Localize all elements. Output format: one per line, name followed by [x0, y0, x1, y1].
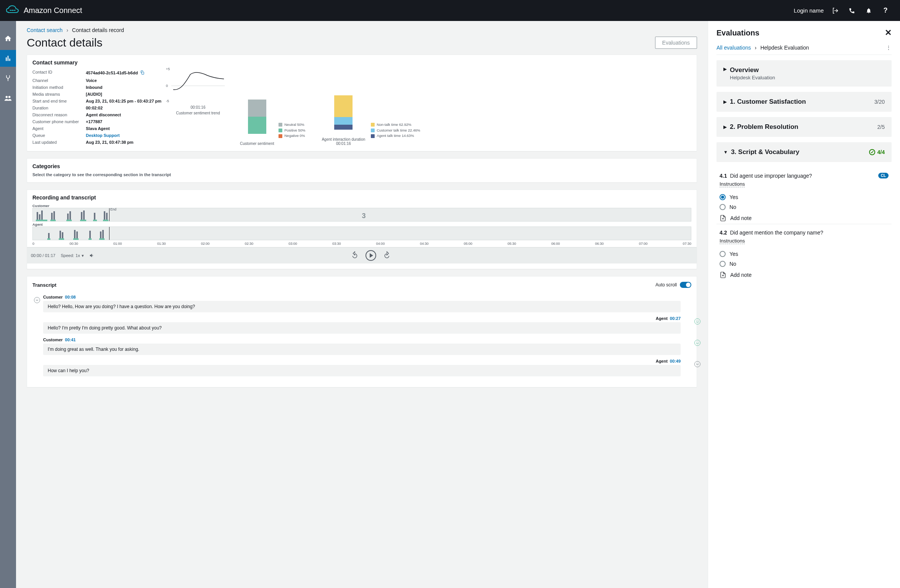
- eval-section[interactable]: ▶OverviewHelpdesk Evaluation: [716, 60, 892, 87]
- breadcrumb-parent[interactable]: Contact search: [27, 27, 63, 33]
- svg-point-4: [8, 96, 10, 98]
- volume-icon[interactable]: [89, 253, 95, 258]
- rewind-10-icon[interactable]: [351, 251, 359, 260]
- page-title: Contact details: [27, 36, 102, 49]
- customer-waveform[interactable]: 3 End: [32, 208, 691, 222]
- summary-row: QueueDesktop Support: [32, 132, 162, 139]
- radio-option[interactable]: Yes: [720, 251, 889, 257]
- summary-row: AgentSlava Agent: [32, 125, 162, 132]
- transcript-turn: Customer00:41I'm doing great as well. Th…: [43, 337, 691, 355]
- eval-breadcrumb: All evaluations › Helpdesk Evaluation ⋮: [716, 45, 892, 51]
- summary-row: Initiation methodInbound: [32, 84, 162, 91]
- transcript-message[interactable]: Hello? Hello, How are you doing? I have …: [43, 301, 681, 312]
- topbar: Amazon Connect Login name ?: [0, 0, 900, 21]
- recording-title: Recording and transcript: [27, 190, 697, 204]
- instructions-link[interactable]: Instructions: [720, 238, 745, 244]
- summary-row: Disconnect reasonAgent disconnect: [32, 111, 162, 118]
- time-ticks: 000:3001:0001:3002:0002:3003:0003:3004:0…: [32, 241, 691, 247]
- chart-sentiment-dist: Customer sentiment Neutral 50% Positive …: [240, 69, 305, 146]
- playback-time: 00:00 / 01:17: [31, 253, 55, 258]
- svg-point-13: [696, 342, 697, 342]
- cl-badge: CL: [878, 173, 889, 178]
- expand-icon: ▼: [723, 149, 728, 155]
- add-note-button[interactable]: Add note: [720, 272, 889, 278]
- categories-hint: Select the category to see the correspon…: [32, 172, 691, 177]
- transcript-message[interactable]: How can I help you?: [43, 365, 681, 376]
- summary-row: Media streams[AUDIO]: [32, 91, 162, 98]
- expand-icon: ▶: [723, 99, 727, 104]
- radio-option[interactable]: Yes: [720, 194, 889, 200]
- evaluations-button[interactable]: Evaluations: [655, 37, 697, 49]
- nav-home[interactable]: [0, 30, 16, 47]
- sentiment-icon: [694, 361, 700, 367]
- breadcrumb: Contact search › Contact details record: [27, 27, 697, 33]
- transcript-turn: Agent00:27Hello? I'm pretty I'm doing pr…: [43, 316, 691, 334]
- brand-logo: Amazon Connect: [6, 5, 82, 16]
- eval-question: 4.2Did agent mention the company name?In…: [716, 224, 892, 281]
- more-icon[interactable]: ⋮: [886, 45, 892, 51]
- svg-point-14: [698, 342, 699, 342]
- summary-row: Contact ID4574ad40-2c51-41d5-b6dd: [32, 69, 162, 77]
- breadcrumb-current: Contact details record: [72, 27, 124, 33]
- add-note-button[interactable]: Add note: [720, 215, 889, 222]
- copy-icon[interactable]: [140, 70, 145, 76]
- playhead[interactable]: End: [109, 208, 109, 221]
- phone-icon[interactable]: [844, 8, 860, 14]
- chevron-right-icon: ›: [66, 27, 68, 33]
- eval-section[interactable]: ▼3. Script & Vocabulary4/4: [716, 142, 892, 162]
- main-content: Contact search › Contact details record …: [16, 21, 708, 588]
- summary-row: Duration00:02:02: [32, 104, 162, 111]
- sentiment-icon: [34, 297, 40, 303]
- playbar: 00:00 / 01:17 Speed: 1x ▾: [27, 247, 697, 263]
- left-nav: [0, 21, 16, 588]
- evaluations-panel: Evaluations ✕ All evaluations › Helpdesk…: [708, 21, 900, 588]
- summary-meta-list: Contact ID4574ad40-2c51-41d5-b6ddChannel…: [32, 69, 162, 146]
- chart-sentiment-trend: +5 0 -5 00:01:16 Customer sentiment tren…: [171, 69, 225, 146]
- nav-routing[interactable]: [0, 70, 16, 87]
- forward-10-icon[interactable]: [383, 251, 391, 260]
- chevron-down-icon: ▾: [82, 253, 84, 258]
- summary-row: Customer phone number+177887: [32, 118, 162, 125]
- svg-point-16: [696, 363, 697, 364]
- svg-point-17: [698, 363, 699, 364]
- transcript-turn: Customer00:08Hello? Hello, How are you d…: [43, 295, 691, 312]
- help-icon[interactable]: ?: [877, 6, 894, 14]
- svg-point-9: [36, 299, 37, 300]
- eval-crumb-parent[interactable]: All evaluations: [716, 45, 751, 51]
- categories-card: Categories Select the category to see th…: [27, 158, 697, 183]
- brand-text: Amazon Connect: [24, 6, 82, 15]
- radio-option[interactable]: No: [720, 204, 889, 210]
- eval-section[interactable]: ▶1. Customer Satisfaction3/20: [716, 92, 892, 112]
- transcript-turn: Agent00:49How can I help you?: [43, 359, 691, 376]
- agent-waveform[interactable]: [32, 227, 691, 240]
- expand-icon: ▶: [723, 124, 727, 130]
- speed-selector[interactable]: Speed: 1x ▾: [61, 253, 84, 258]
- connect-logo-icon: [6, 5, 19, 16]
- autoscroll-label: Auto scroll: [655, 282, 677, 288]
- transcript-message[interactable]: Hello? I'm pretty I'm doing pretty good.…: [43, 322, 681, 334]
- autoscroll-toggle[interactable]: [680, 282, 691, 288]
- nav-users[interactable]: [0, 90, 16, 106]
- contact-summary-card: Contact summary Contact ID4574ad40-2c51-…: [27, 55, 697, 151]
- svg-point-3: [6, 96, 8, 98]
- chart-interaction-duration: Agent interaction duration 00:01:16 Non-…: [320, 69, 420, 146]
- close-icon[interactable]: ✕: [885, 28, 892, 38]
- eval-question: 4.1Did agent use improper language?CLIns…: [716, 167, 892, 224]
- nav-analytics[interactable]: [0, 50, 16, 67]
- play-button[interactable]: [365, 250, 377, 261]
- signout-icon[interactable]: [827, 7, 844, 14]
- instructions-link[interactable]: Instructions: [720, 181, 745, 187]
- summary-title: Contact summary: [27, 55, 697, 69]
- radio-option[interactable]: No: [720, 261, 889, 267]
- evaluations-title: Evaluations: [716, 29, 759, 37]
- summary-row: ChannelVoice: [32, 77, 162, 84]
- transcript-card: Transcript Auto scroll Customer00:08Hell…: [27, 276, 697, 387]
- playhead[interactable]: [109, 227, 109, 240]
- svg-point-12: [698, 320, 699, 321]
- expand-icon: ▶: [723, 66, 727, 72]
- bell-icon[interactable]: [860, 7, 877, 14]
- chevron-right-icon: ›: [755, 45, 757, 51]
- login-name: Login name: [794, 7, 824, 14]
- transcript-message[interactable]: I'm doing great as well. Thank you for a…: [43, 344, 681, 355]
- eval-section[interactable]: ▶2. Problem Resolution2/5: [716, 117, 892, 137]
